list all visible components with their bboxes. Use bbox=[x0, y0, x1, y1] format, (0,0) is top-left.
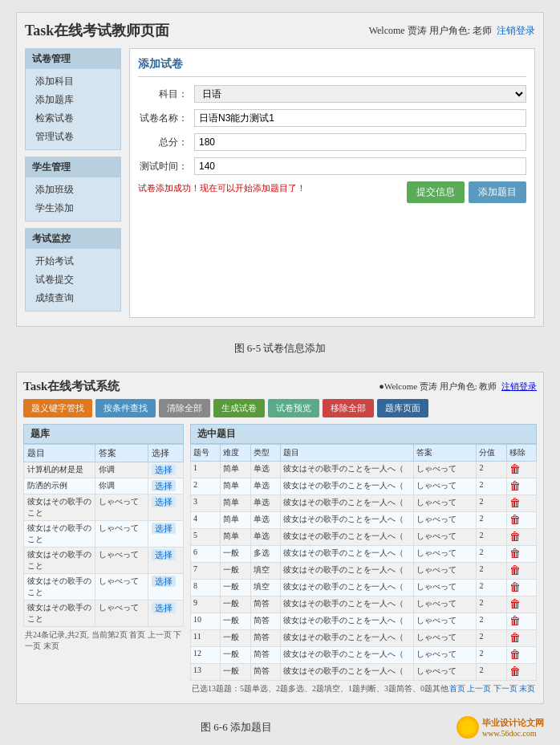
right-cell-del[interactable]: 🗑 bbox=[506, 478, 536, 495]
form-row-name: 试卷名称： bbox=[138, 109, 526, 127]
sidebar-item-score-query[interactable]: 成绩查询 bbox=[26, 289, 120, 307]
right-cell-a: しゃべって bbox=[413, 462, 477, 478]
delete-icon[interactable]: 🗑 bbox=[509, 615, 521, 627]
right-cell-no: 10 bbox=[191, 613, 221, 630]
left-cell-a: しゃべって bbox=[95, 574, 148, 600]
delete-icon[interactable]: 🗑 bbox=[509, 548, 521, 560]
left-cell-a: 你调 bbox=[95, 462, 148, 478]
right-cell-del[interactable]: 🗑 bbox=[506, 613, 536, 630]
right-cell-q: 彼女はその歌手のことを一人へ（ bbox=[280, 462, 413, 478]
delete-icon[interactable]: 🗑 bbox=[509, 632, 521, 644]
right-cell-score: 2 bbox=[477, 630, 506, 647]
sidebar-item-manage-exam[interactable]: 管理试卷 bbox=[26, 128, 120, 146]
bottom-header: Task在线考试系统 ●Welcome 贾涛 用户角色: 教师 注销登录 bbox=[23, 379, 537, 394]
right-cell-del[interactable]: 🗑 bbox=[506, 596, 536, 613]
right-cell-diff: 一般 bbox=[221, 546, 250, 563]
right-cell-del[interactable]: 🗑 bbox=[506, 664, 536, 681]
sidebar-item-start-exam[interactable]: 开始考试 bbox=[26, 252, 120, 271]
left-cell-sel[interactable]: 选择 bbox=[148, 600, 184, 627]
sidebar-item-search-exam[interactable]: 检索试卷 bbox=[26, 109, 120, 128]
right-cell-del[interactable]: 🗑 bbox=[506, 580, 536, 596]
bottom-logout-link[interactable]: 注销登录 bbox=[501, 381, 537, 391]
right-footer-nav[interactable]: 首页 上一页 下一页 末页 bbox=[449, 683, 536, 694]
right-cell-del[interactable]: 🗑 bbox=[506, 512, 536, 529]
right-cell-del[interactable]: 🗑 bbox=[506, 563, 536, 580]
right-cell-no: 11 bbox=[191, 630, 221, 647]
right-cell-del[interactable]: 🗑 bbox=[506, 495, 536, 512]
delete-icon[interactable]: 🗑 bbox=[509, 497, 521, 509]
subject-select[interactable]: 日语 bbox=[194, 85, 526, 103]
delete-icon[interactable]: 🗑 bbox=[509, 480, 521, 492]
sidebar-item-add-student[interactable]: 学生添加 bbox=[26, 199, 120, 218]
delete-icon[interactable]: 🗑 bbox=[509, 598, 521, 610]
sidebar-item-add-bank[interactable]: 添加题库 bbox=[26, 91, 120, 109]
delete-icon[interactable]: 🗑 bbox=[509, 649, 521, 661]
submit-btn[interactable]: 提交信息 bbox=[407, 181, 465, 203]
left-cell-sel[interactable]: 选择 bbox=[148, 521, 184, 548]
form-title: 添加试卷 bbox=[138, 57, 526, 77]
add-question-btn[interactable]: 添加题目 bbox=[469, 181, 526, 203]
right-cell-type: 简答 bbox=[250, 596, 280, 613]
delete-icon[interactable]: 🗑 bbox=[509, 666, 521, 678]
left-cell-a: しゃべって bbox=[95, 600, 148, 627]
total-score-input[interactable] bbox=[194, 133, 526, 151]
right-panel-title: 选中题目 bbox=[190, 424, 537, 444]
right-cell-a: しゃべって bbox=[413, 613, 477, 630]
form-row-time: 测试时间： bbox=[138, 157, 526, 175]
left-cell-q: 计算机的材是是 bbox=[24, 462, 95, 478]
right-table-row: 3 简单 单选 彼女はその歌手のことを一人へ（ しゃべって 2 🗑 bbox=[191, 495, 537, 512]
left-table-row: 彼女はその歌手のこと しゃべって 选择 bbox=[24, 521, 184, 548]
delete-icon[interactable]: 🗑 bbox=[509, 581, 521, 593]
logo-sun-icon bbox=[457, 716, 479, 739]
right-cell-score: 2 bbox=[477, 563, 506, 580]
right-cell-type: 单选 bbox=[250, 478, 280, 495]
delete-icon[interactable]: 🗑 bbox=[509, 531, 521, 543]
left-cell-sel[interactable]: 选择 bbox=[148, 478, 184, 495]
sidebar-item-submit-exam[interactable]: 试卷提交 bbox=[26, 271, 120, 289]
left-cell-q: 彼女はその歌手のこと bbox=[24, 574, 95, 600]
right-cell-del[interactable]: 🗑 bbox=[506, 529, 536, 546]
toolbar-btn-bank-page[interactable]: 题库页面 bbox=[377, 399, 428, 417]
left-table-row: 彼女はその歌手のこと しゃべって 选择 bbox=[24, 600, 184, 627]
form-label-subject: 科目： bbox=[138, 88, 194, 101]
right-cell-type: 单选 bbox=[250, 512, 280, 529]
test-time-input[interactable] bbox=[194, 157, 526, 175]
left-cell-a: 你调 bbox=[95, 478, 148, 495]
toolbar-btn-remove-all[interactable]: 移除全部 bbox=[323, 399, 374, 417]
sidebar-group-exam-items: 添加科目 添加题库 检索试卷 管理试卷 bbox=[26, 69, 120, 149]
toolbar-btn-clear[interactable]: 清除全部 bbox=[159, 399, 210, 417]
right-cell-a: しゃべって bbox=[413, 664, 477, 681]
sidebar-group-monitor-items: 开始考试 试卷提交 成绩查询 bbox=[26, 249, 120, 311]
left-table-row: 计算机的材是是 你调 选择 bbox=[24, 462, 184, 478]
right-cell-a: しゃべって bbox=[413, 478, 477, 495]
right-cell-del[interactable]: 🗑 bbox=[506, 630, 536, 647]
right-cell-a: しゃべって bbox=[413, 647, 477, 664]
left-cell-a: しゃべって bbox=[95, 521, 148, 548]
delete-icon[interactable]: 🗑 bbox=[509, 463, 521, 475]
right-cell-q: 彼女はその歌手のことを一人へ（ bbox=[280, 647, 413, 664]
toolbar-btn-preview[interactable]: 试卷预览 bbox=[268, 399, 319, 417]
left-cell-sel[interactable]: 选择 bbox=[148, 462, 184, 478]
left-cell-sel[interactable]: 选择 bbox=[148, 548, 184, 574]
right-cell-diff: 简单 bbox=[221, 512, 250, 529]
right-cell-diff: 简单 bbox=[221, 462, 250, 478]
right-cell-del[interactable]: 🗑 bbox=[506, 462, 536, 478]
toolbar-btn-filter[interactable]: 按条件查找 bbox=[95, 399, 156, 417]
sidebar-item-add-class[interactable]: 添加班级 bbox=[26, 181, 120, 199]
right-cell-diff: 一般 bbox=[221, 580, 250, 596]
toolbar-btn-keyword[interactable]: 题义键字管找 bbox=[23, 399, 92, 417]
logout-link[interactable]: 注销登录 bbox=[497, 25, 535, 36]
toolbar-btn-generate[interactable]: 生成试卷 bbox=[213, 399, 265, 417]
right-col-q: 题目 bbox=[280, 445, 413, 462]
left-cell-sel[interactable]: 选择 bbox=[148, 495, 184, 521]
right-cell-score: 2 bbox=[477, 647, 506, 664]
exam-name-input[interactable] bbox=[194, 109, 526, 127]
right-cell-del[interactable]: 🗑 bbox=[506, 546, 536, 563]
delete-icon[interactable]: 🗑 bbox=[509, 564, 521, 576]
right-cell-type: 单选 bbox=[250, 495, 280, 512]
delete-icon[interactable]: 🗑 bbox=[509, 514, 521, 526]
right-cell-del[interactable]: 🗑 bbox=[506, 647, 536, 664]
right-table-row: 6 一般 多选 彼女はその歌手のことを一人へ（ しゃべって 2 🗑 bbox=[191, 546, 537, 563]
left-cell-sel[interactable]: 选择 bbox=[148, 574, 184, 600]
sidebar-item-add-subject[interactable]: 添加科目 bbox=[26, 72, 120, 91]
